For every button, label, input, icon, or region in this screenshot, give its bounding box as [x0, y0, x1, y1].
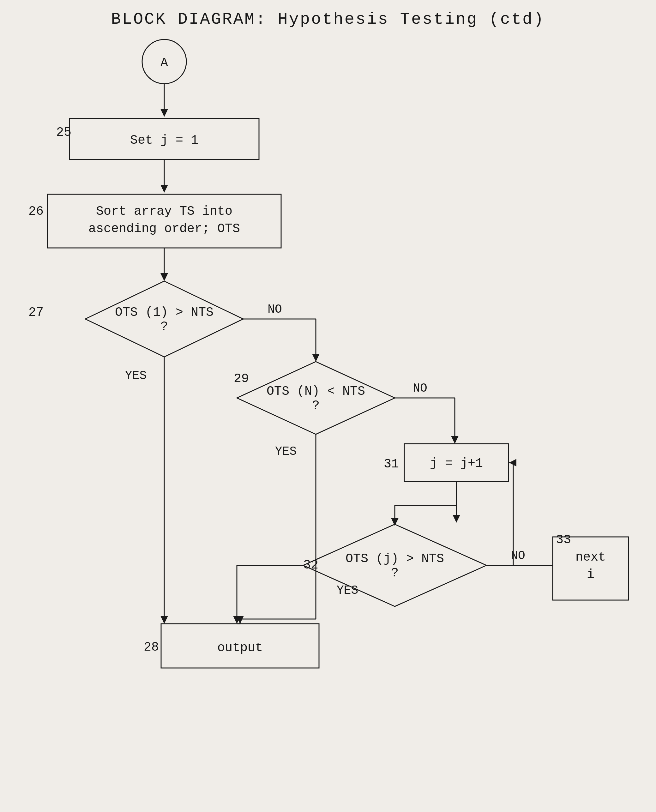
step29-label2: ?	[312, 399, 320, 413]
svg-rect-0	[0, 0, 656, 812]
step33-num: 33	[556, 533, 571, 547]
step29-yes: YES	[275, 445, 297, 458]
step33-label2: i	[587, 568, 594, 582]
step27-num: 27	[28, 305, 43, 320]
step27-label2: ?	[161, 320, 168, 334]
step26-label1: Sort array TS into	[96, 204, 232, 218]
step32-label1: OTS (j) > NTS	[345, 552, 444, 566]
step31-num: 31	[384, 457, 399, 471]
step32-num: 32	[303, 558, 319, 572]
step27-label1: OTS (1) > NTS	[115, 305, 214, 320]
step27-no: NO	[268, 303, 282, 316]
step33-label1: next	[576, 550, 606, 565]
step28-label: output	[217, 641, 263, 655]
step25-label: Set j = 1	[130, 133, 198, 147]
step32-yes: YES	[337, 584, 358, 597]
diagram-container: BLOCK DIAGRAM: Hypothesis Testing (ctd) …	[0, 0, 656, 812]
connector-a-label: A	[161, 56, 168, 70]
step27-yes: YES	[125, 369, 147, 382]
step32-label2: ?	[391, 566, 399, 580]
step26-num: 26	[28, 204, 43, 218]
step26-label2: ascending order; OTS	[88, 222, 240, 236]
step28-num: 28	[144, 640, 159, 654]
step29-label1: OTS (N) < NTS	[266, 384, 365, 399]
title: BLOCK DIAGRAM: Hypothesis Testing (ctd)	[111, 10, 545, 29]
step29-no: NO	[413, 382, 427, 395]
step31-label: j = j+1	[430, 456, 483, 470]
step29-num: 29	[234, 372, 249, 386]
